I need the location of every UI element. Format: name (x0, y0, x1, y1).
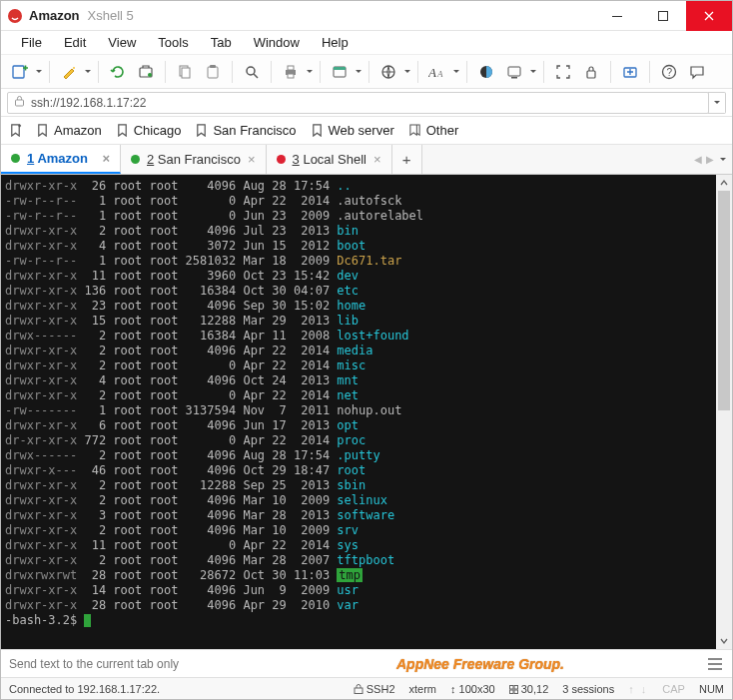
scroll-down-button[interactable] (716, 633, 732, 649)
menu-window[interactable]: Window (244, 33, 310, 52)
tab-close-icon[interactable]: × (373, 152, 381, 167)
svg-point-0 (8, 9, 22, 23)
scrollbar[interactable] (716, 175, 732, 649)
bookmark-other[interactable]: Other (408, 123, 459, 138)
tab-row: 1 Amazon × 2 San Francisco × 3 Local She… (1, 145, 732, 175)
new-tab-button[interactable]: + (392, 145, 422, 174)
status-transfer-icon: ↑ ↓ (628, 683, 648, 695)
address-bar: ssh://192.168.1.17:22 (1, 89, 732, 117)
color-scheme-button[interactable] (473, 59, 499, 85)
terminal-type-button[interactable] (501, 59, 527, 85)
tab-localshell[interactable]: 3 Local Shell × (267, 145, 392, 174)
bookmark-sanfrancisco[interactable]: San Francisco (195, 123, 296, 138)
svg-point-4 (73, 67, 75, 69)
svg-text:?: ? (667, 67, 673, 78)
bookmark-amazon[interactable]: Amazon (36, 123, 102, 138)
menu-help[interactable]: Help (312, 33, 359, 52)
bookmark-bar: Amazon Chicago San Francisco Web server … (1, 117, 732, 145)
encoding-dropdown[interactable] (403, 67, 411, 76)
window-subtitle: Xshell 5 (88, 8, 134, 23)
close-button[interactable] (686, 1, 732, 31)
compose-input[interactable] (7, 656, 257, 672)
feedback-button[interactable] (684, 59, 710, 85)
svg-rect-16 (334, 67, 346, 70)
bookmark-webserver[interactable]: Web server (311, 123, 394, 138)
svg-rect-31 (509, 690, 513, 694)
tab-next-button[interactable]: ▶ (706, 154, 714, 165)
toolbar: AA ? (1, 55, 732, 89)
svg-rect-1 (612, 16, 622, 17)
status-bar: Connected to 192.168.1.17:22. SSH2 xterm… (1, 677, 732, 699)
status-dot-icon (131, 155, 140, 164)
find-button[interactable] (239, 59, 265, 85)
xftp-button[interactable] (617, 59, 643, 85)
scroll-track[interactable] (716, 191, 732, 633)
menu-file[interactable]: File (11, 33, 52, 52)
print-button[interactable] (278, 59, 304, 85)
tab-prev-button[interactable]: ◀ (694, 154, 702, 165)
bookmark-label: Other (426, 123, 459, 138)
bookmark-label: Chicago (134, 123, 182, 138)
svg-rect-9 (208, 67, 218, 78)
tab-close-icon[interactable]: × (102, 151, 110, 166)
highlight-button[interactable] (56, 59, 82, 85)
properties-button[interactable] (327, 59, 353, 85)
svg-rect-8 (182, 68, 190, 78)
help-button[interactable]: ? (656, 59, 682, 85)
status-dot-icon (277, 155, 286, 164)
status-dot-icon (11, 154, 20, 163)
print-dropdown[interactable] (306, 67, 314, 76)
svg-text:A: A (436, 69, 443, 79)
svg-rect-13 (288, 66, 294, 70)
scroll-up-button[interactable] (716, 175, 732, 191)
tab-label: San Francisco (158, 152, 241, 167)
paste-button[interactable] (200, 59, 226, 85)
svg-rect-27 (16, 100, 24, 106)
svg-rect-22 (511, 77, 517, 79)
tab-close-icon[interactable]: × (248, 152, 256, 167)
menu-tools[interactable]: Tools (148, 33, 198, 52)
font-dropdown[interactable] (452, 67, 460, 76)
status-cap: CAP (662, 683, 685, 695)
svg-rect-23 (587, 71, 595, 78)
reconnect-button[interactable] (105, 59, 131, 85)
maximize-button[interactable] (640, 6, 686, 26)
status-size: ↕ 100x30 (450, 683, 495, 695)
address-dropdown[interactable] (708, 92, 726, 114)
font-button[interactable]: AA (424, 59, 450, 85)
new-session-dropdown[interactable] (35, 67, 43, 76)
tab-sanfrancisco[interactable]: 2 San Francisco × (121, 145, 267, 174)
menu-tab[interactable]: Tab (201, 33, 242, 52)
svg-point-6 (148, 73, 152, 77)
add-bookmark-button[interactable] (9, 124, 22, 137)
tab-list-dropdown[interactable] (718, 153, 726, 167)
menu-view[interactable]: View (98, 33, 146, 52)
options-button[interactable] (704, 653, 726, 675)
tab-amazon[interactable]: 1 Amazon × (1, 145, 121, 174)
svg-rect-10 (210, 65, 216, 68)
address-input[interactable]: ssh://192.168.1.17:22 (7, 92, 709, 114)
scroll-thumb[interactable] (718, 191, 730, 410)
encoding-button[interactable] (375, 59, 401, 85)
new-session-button[interactable] (7, 59, 33, 85)
menubar: File Edit View Tools Tab Window Help (1, 31, 732, 55)
bookmark-chicago[interactable]: Chicago (116, 123, 182, 138)
copy-button[interactable] (172, 59, 198, 85)
properties-dropdown[interactable] (355, 67, 363, 76)
tab-label: Local Shell (303, 152, 366, 167)
terminal-output[interactable]: drwxr-xr-x 26 root root 4096 Aug 28 17:5… (1, 175, 716, 649)
svg-text:A: A (428, 65, 436, 80)
menu-edit[interactable]: Edit (54, 33, 96, 52)
tab-nav: ◀ ▶ (688, 145, 732, 174)
lock-button[interactable] (578, 59, 604, 85)
titlebar: Amazon Xshell 5 (1, 1, 732, 31)
terminal-type-dropdown[interactable] (529, 67, 537, 76)
bookmark-label: Web server (329, 123, 394, 138)
fullscreen-button[interactable] (550, 59, 576, 85)
tab-number: 1 (27, 151, 34, 166)
terminal-wrap: drwxr-xr-x 26 root root 4096 Aug 28 17:5… (1, 175, 732, 649)
tab-label: Amazon (37, 151, 88, 166)
disconnect-button[interactable] (133, 59, 159, 85)
highlight-dropdown[interactable] (84, 67, 92, 76)
minimize-button[interactable] (594, 6, 640, 26)
